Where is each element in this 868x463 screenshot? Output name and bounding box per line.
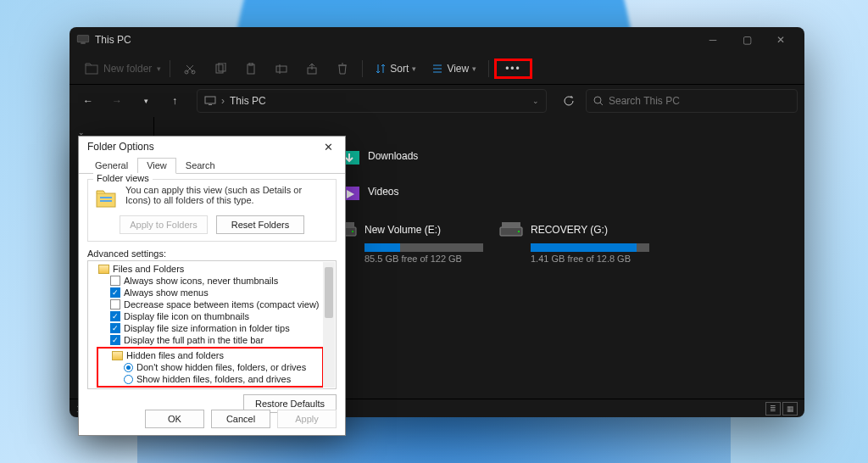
folder-plus-icon (85, 63, 98, 75)
back-button[interactable]: ← (76, 89, 100, 113)
dialog-close-button[interactable]: ✕ (320, 141, 337, 153)
view-details-button[interactable]: ≣ (765, 402, 781, 416)
svg-point-29 (352, 231, 353, 232)
copy-button[interactable] (206, 56, 235, 81)
reset-folders-button[interactable]: Reset Folders (216, 215, 304, 234)
sort-icon (375, 63, 387, 75)
usage-bar (364, 243, 483, 252)
apply-to-folders-button[interactable]: Apply to Folders (120, 215, 208, 234)
delete-button[interactable] (328, 56, 357, 81)
checkbox[interactable]: ✓ (110, 287, 120, 298)
paste-icon (245, 63, 257, 75)
svg-rect-31 (502, 222, 520, 227)
search-icon (593, 96, 604, 106)
this-pc-icon (76, 34, 90, 46)
advanced-settings-tree[interactable]: Files and Folders Always show icons, nev… (87, 260, 337, 389)
drive-e[interactable]: New Volume (E:) 85.5 GB free of 122 GB (332, 219, 487, 264)
maximize-button[interactable]: ▢ (730, 27, 764, 53)
folder-view-icon (95, 187, 119, 210)
svg-rect-1 (81, 42, 85, 43)
up-button[interactable]: ↑ (163, 89, 186, 113)
checkbox[interactable] (110, 299, 120, 310)
titlebar: This PC ─ ▢ ✕ (70, 27, 804, 53)
refresh-icon (563, 95, 575, 107)
paste-button[interactable] (236, 56, 265, 81)
apply-button[interactable]: Apply (277, 410, 337, 428)
view-icons-button[interactable]: ▦ (782, 402, 798, 416)
folder-icon (112, 351, 123, 360)
view-icon (431, 63, 443, 75)
address-bar[interactable]: › This PC ⌄ (197, 89, 547, 113)
minimize-button[interactable]: ─ (696, 27, 730, 53)
address-dropdown-icon[interactable]: ⌄ (532, 97, 539, 105)
tab-search[interactable]: Search (176, 158, 225, 174)
sort-dropdown[interactable]: Sort▾ (368, 56, 423, 81)
window-title: This PC (95, 34, 131, 46)
address-text: This PC (230, 95, 266, 107)
svg-rect-35 (100, 200, 112, 202)
checkbox[interactable]: ✓ (110, 335, 120, 345)
checkbox[interactable]: ✓ (110, 311, 120, 321)
folder-videos[interactable]: Videos (332, 176, 487, 207)
folder-views-group: Folder views You can apply this view (su… (87, 179, 337, 242)
svg-rect-13 (209, 104, 212, 105)
navbar: ← → ▾ ↑ › This PC ⌄ (70, 85, 804, 117)
svg-rect-9 (276, 66, 287, 72)
refresh-button[interactable] (557, 89, 581, 113)
recent-dropdown[interactable]: ▾ (134, 89, 158, 113)
search-box[interactable] (586, 89, 798, 113)
svg-point-14 (594, 97, 601, 103)
radio-button[interactable] (124, 375, 133, 384)
search-input[interactable] (609, 95, 790, 107)
copy-icon (214, 63, 226, 75)
drive-g[interactable]: RECOVERY (G:) 1.41 GB free of 12.8 GB (498, 219, 653, 264)
dialog-tabs: General View Search (79, 157, 345, 174)
new-folder-button[interactable]: New folder ▾ (78, 63, 164, 75)
cut-icon (184, 63, 196, 75)
checkbox[interactable] (110, 276, 120, 286)
folder-downloads[interactable]: Downloads (332, 141, 487, 171)
svg-rect-34 (100, 197, 112, 198)
svg-point-32 (518, 231, 520, 232)
folder-options-dialog: Folder Options ✕ General View Search Fol… (78, 136, 346, 436)
close-button[interactable]: ✕ (764, 27, 798, 53)
ellipsis-icon: ••• (505, 63, 521, 75)
hidden-files-highlight: Hidden files and folders Don't show hidd… (97, 347, 324, 388)
dialog-titlebar: Folder Options ✕ (79, 137, 345, 157)
svg-rect-0 (77, 36, 88, 42)
cut-button[interactable] (175, 56, 204, 81)
svg-rect-2 (86, 65, 97, 74)
drive-icon (498, 219, 524, 241)
svg-rect-7 (248, 64, 254, 74)
toolbar: New folder ▾ Sort▾ View▾ ••• (70, 53, 804, 85)
svg-rect-12 (205, 97, 215, 103)
folder-icon (98, 265, 109, 274)
view-dropdown[interactable]: View▾ (425, 56, 483, 81)
tab-general[interactable]: General (86, 158, 137, 174)
rename-icon (275, 63, 287, 75)
svg-line-15 (600, 103, 603, 105)
ok-button[interactable]: OK (145, 410, 204, 428)
advanced-settings-label: Advanced settings: (87, 248, 337, 259)
share-button[interactable] (298, 56, 326, 81)
this-pc-icon (204, 96, 216, 106)
cancel-button[interactable]: Cancel (211, 410, 270, 428)
usage-bar (531, 243, 649, 252)
radio-button[interactable] (124, 363, 133, 372)
dialog-title: Folder Options (87, 141, 154, 153)
scrollbar[interactable] (323, 262, 335, 388)
checkbox[interactable]: ✓ (110, 323, 120, 333)
trash-icon (337, 63, 348, 75)
share-icon (306, 63, 318, 75)
more-options-button[interactable]: ••• (494, 59, 532, 79)
forward-button[interactable]: → (105, 89, 129, 113)
rename-button[interactable] (267, 56, 296, 81)
tab-view[interactable]: View (137, 158, 176, 174)
